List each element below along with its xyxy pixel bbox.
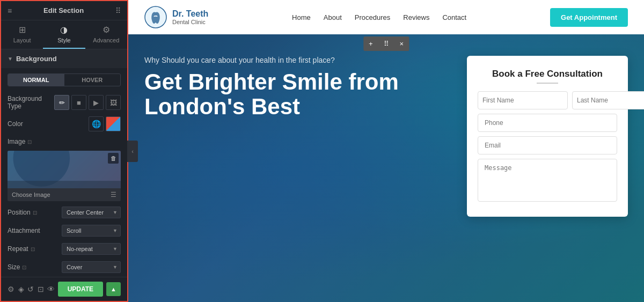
form-title: Book a Free Consultation <box>478 69 617 79</box>
section-toolbar: + ⠿ × <box>363 36 409 51</box>
hero-text-block: Why Should you care about your health in… <box>144 50 456 119</box>
nav-links: Home About Procedures Reviews Contact <box>292 13 466 21</box>
bg-type-image-btn[interactable]: 🖼 <box>106 95 121 110</box>
background-section-header[interactable]: ▼ Background <box>1 49 127 68</box>
size-responsive-icon: ⊡ <box>22 264 26 270</box>
advanced-icon: ⚙ <box>103 25 110 35</box>
eye-icon[interactable]: 👁 <box>47 282 55 296</box>
position-select-wrapper: Center Center Top Left Top Center Top Ri… <box>62 207 121 218</box>
size-select-wrapper: Cover Contain Auto ▼ <box>62 261 121 273</box>
grid-icon[interactable]: ⠿ <box>115 6 121 15</box>
logo-name: Dr. Teeth <box>172 9 208 19</box>
image-label-row: Image ⊡ <box>1 135 127 149</box>
choose-image-bar: Choose Image ☰ <box>8 188 121 201</box>
size-select[interactable]: Cover Contain Auto <box>62 261 121 273</box>
hero-subtitle: Why Should you care about your health in… <box>144 56 456 64</box>
color-controls: 🌐 <box>89 116 121 131</box>
panel-header: ≡ Edit Section ⠿ <box>1 1 127 20</box>
panel-bottom-bar: ⚙ ◈ ↺ ⊡ 👁 UPDATE ▲ <box>1 277 127 301</box>
attachment-select-wrapper: Scroll Fixed ▼ <box>62 225 121 237</box>
bg-type-video-btn[interactable]: ▶ <box>89 95 104 110</box>
color-row: Color 🌐 <box>1 113 127 135</box>
image-label: Image ⊡ <box>8 138 32 145</box>
toolbar-close-btn[interactable]: × <box>394 36 409 51</box>
panel-content: ▼ Background NORMAL HOVER Background Typ… <box>1 49 127 277</box>
panel-collapse-arrow[interactable]: ‹ <box>127 141 138 162</box>
position-responsive-icon: ⊡ <box>33 210 37 216</box>
settings-icon[interactable]: ⚙ <box>8 282 14 296</box>
message-textarea[interactable] <box>478 159 617 202</box>
size-row: Size ⊡ Cover Contain Auto ▼ <box>1 258 127 276</box>
repeat-select[interactable]: No-repeat Repeat Repeat-X Repeat-Y <box>62 243 121 255</box>
layout-icon: ⊞ <box>19 25 26 35</box>
menu-icon[interactable]: ≡ <box>8 6 12 15</box>
repeat-row: Repeat ⊡ No-repeat Repeat Repeat-X Repea… <box>1 240 127 258</box>
bg-type-pencil-btn[interactable]: ✏ <box>54 95 69 110</box>
tab-style[interactable]: ◑ Style <box>43 20 85 49</box>
tab-layout-label: Layout <box>13 37 31 43</box>
position-row: Position ⊡ Center Center Top Left Top Ce… <box>1 203 127 222</box>
hero-title-line2: London's Best <box>144 94 300 119</box>
hover-toggle-btn[interactable]: HOVER <box>64 74 121 86</box>
edit-section-panel: ≡ Edit Section ⠿ ⊞ Layout ◑ Style ⚙ Adva… <box>0 0 128 302</box>
update-dropdown-btn[interactable]: ▲ <box>106 282 121 296</box>
nav-logo: Dr. Teeth Dental Clinic <box>144 6 208 28</box>
last-name-input[interactable] <box>572 91 644 109</box>
layers-icon[interactable]: ◈ <box>18 282 24 296</box>
form-divider <box>537 83 558 84</box>
logo-svg <box>144 6 167 28</box>
nav-link-procedures[interactable]: Procedures <box>355 13 390 21</box>
get-appointment-btn[interactable]: Get Appointment <box>550 8 628 27</box>
hero-title: Get Brighter Smile from London's Best <box>144 70 456 119</box>
responsive-icon: ⊡ <box>27 139 32 145</box>
size-label: Size ⊡ <box>8 263 57 271</box>
normal-hover-toggle: NORMAL HOVER <box>8 73 121 86</box>
background-type-controls: ✏ ■ ▶ 🖼 <box>54 95 121 110</box>
history-icon[interactable]: ↺ <box>27 282 34 296</box>
hero-title-line1: Get Brighter Smile from <box>144 69 399 94</box>
hero-section: Why Should you care about your health in… <box>128 34 644 302</box>
nav-link-about[interactable]: About <box>324 13 342 21</box>
color-globe-btn[interactable]: 🌐 <box>89 116 104 131</box>
position-label: Position ⊡ <box>8 209 57 216</box>
tab-advanced[interactable]: ⚙ Advanced <box>85 20 127 49</box>
toolbar-move-btn[interactable]: ⠿ <box>378 36 394 51</box>
chevron-down-icon: ▼ <box>8 56 13 62</box>
background-type-label: Background Type <box>8 95 50 110</box>
logo-subtitle: Dental Clinic <box>172 19 208 25</box>
tab-style-label: Style <box>57 37 70 43</box>
delete-image-btn[interactable]: 🗑 <box>108 153 119 164</box>
tab-advanced-label: Advanced <box>93 37 119 43</box>
first-name-input[interactable] <box>478 91 568 109</box>
color-swatch-btn[interactable] <box>106 116 121 131</box>
image-preview-overlay <box>8 151 121 188</box>
nav-link-contact[interactable]: Contact <box>442 13 466 21</box>
update-btn[interactable]: UPDATE <box>58 282 103 297</box>
repeat-responsive-icon: ⊡ <box>31 246 35 252</box>
attachment-row: Attachment Scroll Fixed ▼ <box>1 222 127 240</box>
image-preview: 🗑 <box>8 151 121 188</box>
repeat-select-wrapper: No-repeat Repeat Repeat-X Repeat-Y ▼ <box>62 243 121 255</box>
consultation-form: Book a Free Consultation <box>467 56 628 217</box>
image-preview-wrapper: 🗑 Choose Image ☰ <box>8 151 121 201</box>
choose-image-btn[interactable]: Choose Image <box>12 191 50 198</box>
color-label: Color <box>8 120 84 128</box>
bg-type-square-btn[interactable]: ■ <box>71 95 86 110</box>
responsive-icon[interactable]: ⊡ <box>37 282 43 296</box>
panel-title: Edit Section <box>43 6 84 14</box>
position-select[interactable]: Center Center Top Left Top Center Top Ri… <box>62 207 121 218</box>
tab-layout[interactable]: ⊞ Layout <box>1 20 43 49</box>
background-label: Background <box>16 55 57 63</box>
toolbar-add-btn[interactable]: + <box>363 36 378 51</box>
normal-toggle-btn[interactable]: NORMAL <box>8 74 64 86</box>
repeat-label: Repeat ⊡ <box>8 245 57 253</box>
phone-input[interactable] <box>478 114 617 132</box>
style-icon: ◑ <box>60 25 68 35</box>
nav-link-reviews[interactable]: Reviews <box>403 13 429 21</box>
image-list-icon[interactable]: ☰ <box>111 191 116 198</box>
attachment-select[interactable]: Scroll Fixed <box>62 225 121 237</box>
attachment-label: Attachment <box>8 227 57 234</box>
nav-link-home[interactable]: Home <box>292 13 311 21</box>
email-input[interactable] <box>478 136 617 154</box>
logo-text-block: Dr. Teeth Dental Clinic <box>172 9 208 25</box>
